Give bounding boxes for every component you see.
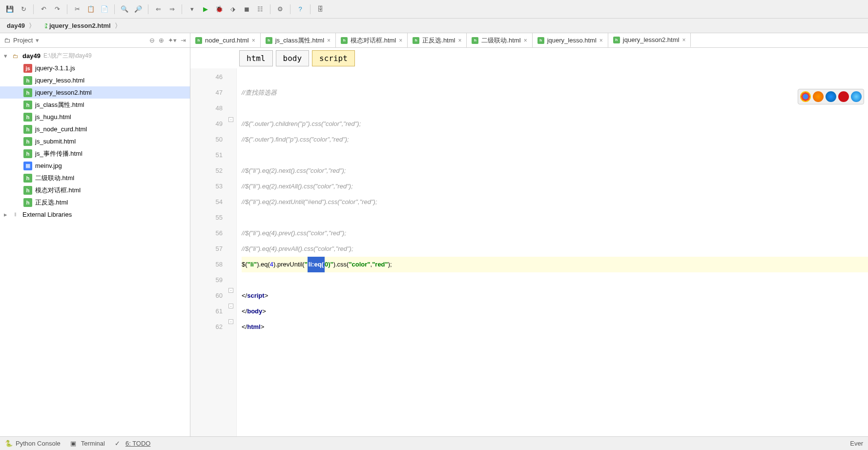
editor-tab[interactable]: h二级联动.html× bbox=[467, 33, 532, 47]
tree-file[interactable]: ▦meinv.jpg bbox=[0, 160, 190, 172]
code-line[interactable] bbox=[242, 272, 868, 288]
opera-icon[interactable] bbox=[838, 91, 849, 102]
paste-icon[interactable]: 📄 bbox=[99, 3, 110, 15]
code-line[interactable] bbox=[242, 101, 868, 116]
status-label: Terminal bbox=[81, 440, 105, 447]
editor-tab[interactable]: hjquery_lesso.html× bbox=[533, 33, 608, 47]
run-icon[interactable]: ▶ bbox=[200, 3, 211, 15]
tree-file[interactable]: hjs_class属性.html bbox=[0, 99, 190, 111]
expand-arrow-icon[interactable]: ▸ bbox=[4, 211, 11, 218]
html-file-icon: h bbox=[195, 37, 202, 44]
code-line[interactable]: </script> bbox=[242, 288, 868, 304]
coverage-icon[interactable]: ⬗ bbox=[227, 3, 239, 15]
settings-icon[interactable]: ⚙ bbox=[274, 3, 286, 15]
line-number: 60 bbox=[190, 288, 223, 304]
code-line[interactable]: //查找筛选器 bbox=[242, 85, 868, 101]
close-icon[interactable]: × bbox=[252, 37, 255, 44]
chrome-icon[interactable] bbox=[800, 91, 811, 102]
close-icon[interactable]: × bbox=[327, 37, 331, 44]
tree-file[interactable]: hjs_node_curd.html bbox=[0, 123, 190, 135]
structure-crumb[interactable]: script bbox=[312, 50, 355, 66]
code-line[interactable]: //$(".outer").children("p").css("color",… bbox=[242, 116, 868, 132]
debug-icon[interactable]: 🐞 bbox=[213, 3, 225, 15]
code-line[interactable] bbox=[242, 69, 868, 85]
stop-icon[interactable]: ◼ bbox=[241, 3, 252, 15]
tree-file[interactable]: jsjquery-3.1.1.js bbox=[0, 62, 190, 74]
code-line[interactable]: $("li").eq(4).prevUntil("li:eq(0)").css(… bbox=[242, 257, 868, 272]
firefox-icon[interactable] bbox=[813, 91, 824, 102]
safari-icon[interactable] bbox=[826, 91, 836, 102]
hide-icon[interactable]: ⇥ bbox=[181, 37, 186, 44]
layout-icon[interactable]: ☷ bbox=[254, 3, 266, 15]
sidebar-title[interactable]: 🗀 Project ▾ bbox=[4, 37, 39, 44]
tree-file[interactable]: hjquery_lesso.html bbox=[0, 74, 190, 86]
structure-crumb[interactable]: body bbox=[276, 50, 310, 66]
tree-file[interactable]: hjquery_lesson2.html bbox=[0, 86, 190, 99]
code-line[interactable]: </body> bbox=[242, 304, 868, 319]
tree-file[interactable]: hjs_事件传播.html bbox=[0, 147, 190, 160]
editor-tab[interactable]: h模态对话框.html× bbox=[336, 33, 408, 47]
event-log-button[interactable]: Ever bbox=[850, 440, 863, 447]
help-icon[interactable]: ? bbox=[294, 3, 306, 15]
code-line[interactable] bbox=[242, 147, 868, 163]
nav-back-icon[interactable]: ⇐ bbox=[152, 3, 164, 15]
close-icon[interactable]: × bbox=[399, 37, 402, 44]
close-icon[interactable]: × bbox=[599, 37, 603, 44]
save-icon[interactable]: 💾 bbox=[4, 3, 16, 15]
collapse-icon[interactable]: ⊖ bbox=[149, 37, 155, 44]
nav-forward-icon[interactable]: ⇒ bbox=[166, 3, 178, 15]
close-icon[interactable]: × bbox=[524, 37, 527, 44]
gear-icon[interactable]: ✦▾ bbox=[168, 37, 177, 44]
todo-button[interactable]: ✓ 6: TODO bbox=[115, 440, 151, 448]
html-file-icon: h bbox=[45, 23, 48, 28]
code-line[interactable]: //$("li").eq(4).prevAll().css("color","r… bbox=[242, 241, 868, 257]
file-type-icon: h bbox=[23, 125, 32, 134]
separator bbox=[290, 4, 290, 14]
structure-crumb[interactable]: html bbox=[239, 50, 273, 66]
run-config-dropdown[interactable]: ▾ bbox=[186, 3, 198, 15]
chevron-down-icon[interactable]: ▾ bbox=[36, 37, 39, 44]
code-line[interactable]: //$("li").eq(2).nextUntil("#end").css("c… bbox=[242, 194, 868, 210]
breadcrumb-item[interactable]: h jquery_lesson2.html bbox=[40, 20, 126, 32]
tree-file[interactable]: hjs_submit.html bbox=[0, 135, 190, 147]
db-icon[interactable]: 🗄 bbox=[314, 3, 326, 15]
code-line[interactable]: </html> bbox=[242, 319, 868, 335]
code-content[interactable]: //查找筛选器 //$(".outer").children("p").css(… bbox=[237, 68, 868, 436]
code-line[interactable]: //$(".outer").find("p").css("color","red… bbox=[242, 132, 868, 147]
copy-icon[interactable]: 📋 bbox=[85, 3, 97, 15]
fold-toggle[interactable]: - bbox=[228, 319, 233, 324]
close-icon[interactable]: × bbox=[682, 37, 685, 43]
terminal-button[interactable]: ▣ Terminal bbox=[70, 440, 105, 448]
tree-external[interactable]: ▸ ⫴ External Libraries bbox=[0, 208, 190, 221]
tree-file[interactable]: h模态对话框.html bbox=[0, 184, 190, 196]
redo-icon[interactable]: ↷ bbox=[51, 3, 63, 15]
tree-file[interactable]: h二级联动.html bbox=[0, 172, 190, 184]
undo-icon[interactable]: ↶ bbox=[38, 3, 49, 15]
refresh-icon[interactable]: ↻ bbox=[18, 3, 29, 15]
tree-root[interactable]: ▾ 🗀 day49 E:\脱产三期\day49 bbox=[0, 50, 190, 62]
fold-toggle[interactable]: - bbox=[228, 288, 233, 293]
locate-icon[interactable]: ⊕ bbox=[159, 37, 164, 44]
code-editor[interactable]: - - - - 46474849505152535455565758596061… bbox=[190, 68, 868, 436]
python-console-button[interactable]: 🐍 Python Console bbox=[5, 440, 61, 448]
breadcrumb-item[interactable]: day49 bbox=[2, 20, 40, 32]
editor-tab[interactable]: hjquery_lesson2.html× bbox=[608, 33, 691, 48]
code-line[interactable]: //$("li").eq(2).nextAll().css("color","r… bbox=[242, 179, 868, 194]
code-line[interactable]: //$("li").eq(2).next().css("color","red"… bbox=[242, 163, 868, 179]
find-usages-icon[interactable]: 🔎 bbox=[132, 3, 144, 15]
line-number: 49 bbox=[190, 116, 223, 132]
tree-file[interactable]: hjs_hugu.html bbox=[0, 111, 190, 123]
editor-tab[interactable]: h正反选.html× bbox=[408, 33, 467, 47]
find-icon[interactable]: 🔍 bbox=[119, 3, 130, 15]
close-icon[interactable]: × bbox=[458, 37, 461, 44]
expand-arrow-icon[interactable]: ▾ bbox=[4, 52, 11, 60]
editor-tab[interactable]: hjs_class属性.html× bbox=[261, 33, 336, 47]
fold-toggle[interactable]: - bbox=[228, 304, 233, 308]
ie-icon[interactable] bbox=[851, 91, 862, 102]
fold-toggle[interactable]: - bbox=[228, 117, 233, 122]
code-line[interactable]: //$("li").eq(4).prev().css("color","red"… bbox=[242, 225, 868, 241]
code-line[interactable] bbox=[242, 210, 868, 225]
editor-tab[interactable]: hnode_curd.html× bbox=[190, 33, 261, 47]
tree-file[interactable]: h正反选.html bbox=[0, 196, 190, 208]
cut-icon[interactable]: ✂ bbox=[71, 3, 83, 15]
